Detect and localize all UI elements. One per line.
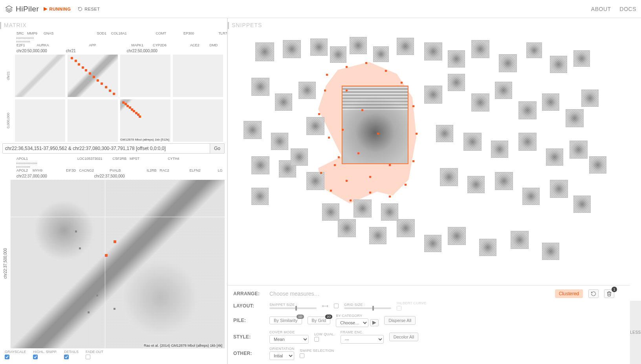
refresh-button[interactable]	[588, 289, 599, 298]
snippet-thumb[interactable]	[526, 42, 542, 58]
snippet-thumb[interactable]	[542, 93, 559, 111]
snippet-thumb[interactable]	[511, 231, 529, 249]
snippet-thumb[interactable]	[471, 40, 489, 58]
matrix-overview-tiles[interactable]: chr21 0,000,000	[2, 55, 225, 142]
snippet-thumb[interactable]	[550, 180, 568, 198]
snippet-thumb[interactable]	[310, 38, 328, 56]
snippet-thumb[interactable]	[322, 203, 339, 221]
swipe-checkbox[interactable]	[300, 353, 304, 358]
snippet-thumb[interactable]	[448, 227, 466, 245]
cluster-point	[361, 109, 363, 111]
snippet-thumb[interactable]	[244, 121, 262, 139]
snippet-thumb[interactable]	[573, 50, 590, 67]
snippet-thumb[interactable]	[495, 172, 513, 190]
snippet-thumb[interactable]	[271, 133, 288, 150]
snippet-thumb[interactable]	[330, 46, 346, 63]
nav-docs[interactable]: DOCS	[620, 6, 636, 12]
snippet-thumb[interactable]	[251, 188, 269, 205]
snippet-thumb[interactable]	[306, 172, 324, 190]
snippet-thumb[interactable]	[522, 188, 540, 205]
snippet-thumb[interactable]	[448, 50, 465, 68]
run-category-button[interactable]	[370, 319, 379, 326]
snippet-thumb[interactable]	[381, 203, 398, 221]
snippet-thumb[interactable]	[353, 199, 372, 218]
snippets-canvas[interactable]	[228, 31, 641, 285]
snippet-thumb[interactable]	[436, 125, 453, 142]
reset-button[interactable]: RESET	[78, 7, 100, 11]
snippet-thumb[interactable]	[467, 176, 485, 193]
low-qual-checkbox[interactable]	[314, 337, 319, 342]
matrix-tile[interactable]	[173, 99, 223, 142]
snippet-thumb[interactable]	[350, 37, 367, 54]
snippet-thumb[interactable]	[499, 54, 517, 72]
snippet-thumb[interactable]	[546, 148, 563, 166]
decolor-button[interactable]: Decolor All	[389, 333, 419, 341]
trash-button[interactable]: 1	[604, 289, 614, 298]
running-status[interactable]: RUNNING	[44, 7, 71, 11]
by-grid-button[interactable]: By Grid2D	[308, 316, 331, 324]
snippet-thumb[interactable]	[251, 156, 269, 174]
snippet-thumb[interactable]	[338, 219, 356, 237]
snippet-thumb[interactable]	[299, 82, 316, 99]
matrix-tile[interactable]	[68, 99, 118, 142]
snippet-thumb[interactable]	[275, 93, 292, 111]
snippet-thumb[interactable]	[424, 86, 442, 104]
snippet-size-slider[interactable]	[269, 307, 317, 309]
snippet-thumb[interactable]	[448, 74, 465, 91]
snippet-thumb[interactable]	[373, 46, 389, 62]
matrix-tile[interactable]	[120, 55, 170, 97]
snippet-thumb[interactable]	[589, 156, 606, 174]
snippet-thumb[interactable]	[581, 90, 599, 107]
snippet-thumb[interactable]	[471, 93, 489, 112]
snippet-thumb[interactable]	[291, 148, 308, 166]
clustered-chip[interactable]: Clustered	[555, 289, 583, 298]
matrix-tile[interactable]	[15, 99, 65, 142]
hilbert-checkbox[interactable]	[397, 306, 401, 311]
snippet-thumb[interactable]	[251, 78, 269, 96]
disperse-button[interactable]: Disperse All	[384, 316, 416, 325]
by-similarity-button[interactable]: By Similarity1D	[269, 316, 302, 324]
snippet-thumb[interactable]	[566, 109, 584, 127]
orientation-select[interactable]: Intial	[269, 351, 294, 360]
grayscale-checkbox[interactable]	[5, 355, 9, 359]
snippet-thumb[interactable]	[306, 117, 324, 135]
snippet-thumb[interactable]	[570, 141, 588, 159]
snippet-thumb[interactable]	[573, 196, 591, 213]
snippet-pile-selected[interactable]	[342, 86, 408, 164]
snippet-thumb[interactable]	[495, 82, 512, 99]
by-category-label: BY CATEGORY	[336, 314, 379, 318]
frame-enc-select[interactable]: ---	[341, 335, 384, 344]
snippet-thumb[interactable]	[518, 101, 537, 119]
snippet-thumb[interactable]	[463, 133, 482, 151]
highlight-checkbox[interactable]	[33, 355, 38, 359]
snippet-thumb[interactable]	[283, 40, 301, 58]
details-checkbox[interactable]	[64, 355, 69, 359]
matrix-tile[interactable]	[15, 55, 65, 97]
snippet-thumb[interactable]	[397, 219, 415, 237]
matrix-tile[interactable]: Rao et al. (2014) GM12878 Mbol (allreps)…	[120, 99, 170, 142]
link-checkbox[interactable]	[334, 304, 339, 308]
snippet-thumb[interactable]	[255, 42, 274, 61]
snippet-thumb[interactable]	[550, 56, 567, 73]
snippet-thumb[interactable]	[491, 141, 508, 158]
snippet-thumb[interactable]	[369, 227, 386, 244]
snippet-thumb[interactable]	[440, 168, 458, 186]
less-toggle[interactable]: LESS	[630, 301, 641, 364]
snippet-thumb[interactable]	[518, 133, 537, 151]
nav-about[interactable]: ABOUT	[591, 6, 611, 12]
grid-size-slider[interactable]	[344, 307, 391, 309]
snippet-thumb[interactable]	[424, 42, 442, 60]
snippet-thumb[interactable]	[424, 235, 441, 252]
category-select[interactable]: Choose…	[336, 318, 368, 327]
snippet-thumb[interactable]	[397, 38, 414, 55]
choose-measures-select[interactable]: Choose measures…	[269, 291, 320, 297]
go-button[interactable]: Go	[210, 144, 224, 153]
snippet-thumb[interactable]	[479, 239, 496, 256]
fadeout-checkbox[interactable]	[86, 355, 90, 359]
genome-location-input[interactable]	[3, 144, 210, 153]
matrix-tile[interactable]	[68, 55, 118, 97]
matrix-tile[interactable]	[173, 55, 223, 97]
cover-mode-select[interactable]: Mean	[269, 335, 309, 344]
matrix-detail-view[interactable]: Rao et al. (2014) GM12878 Mbol (allreps)…	[11, 180, 225, 348]
snippet-thumb[interactable]	[542, 243, 559, 260]
